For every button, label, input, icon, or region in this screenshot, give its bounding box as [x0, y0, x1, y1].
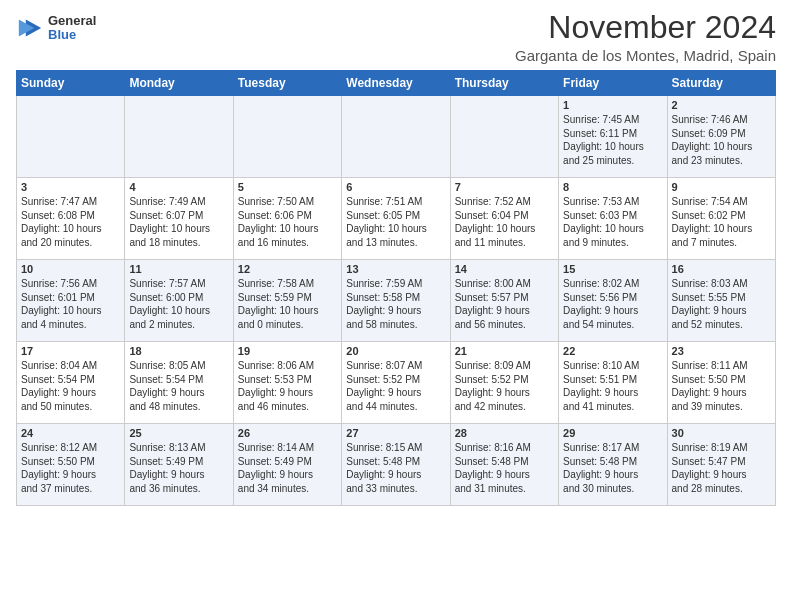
calendar-cell: 26Sunrise: 8:14 AM Sunset: 5:49 PM Dayli… — [233, 424, 341, 506]
weekday-header-monday: Monday — [125, 71, 233, 96]
calendar-week-2: 10Sunrise: 7:56 AM Sunset: 6:01 PM Dayli… — [17, 260, 776, 342]
cell-info: Sunrise: 8:16 AM Sunset: 5:48 PM Dayligh… — [455, 441, 554, 495]
calendar-cell: 17Sunrise: 8:04 AM Sunset: 5:54 PM Dayli… — [17, 342, 125, 424]
cell-info: Sunrise: 8:12 AM Sunset: 5:50 PM Dayligh… — [21, 441, 120, 495]
day-number: 20 — [346, 345, 445, 357]
calendar-cell: 30Sunrise: 8:19 AM Sunset: 5:47 PM Dayli… — [667, 424, 775, 506]
weekday-header-thursday: Thursday — [450, 71, 558, 96]
calendar-week-1: 3Sunrise: 7:47 AM Sunset: 6:08 PM Daylig… — [17, 178, 776, 260]
day-number: 9 — [672, 181, 771, 193]
day-number: 27 — [346, 427, 445, 439]
calendar-cell — [233, 96, 341, 178]
weekday-header-tuesday: Tuesday — [233, 71, 341, 96]
day-number: 14 — [455, 263, 554, 275]
location: Garganta de los Montes, Madrid, Spain — [515, 47, 776, 64]
cell-info: Sunrise: 7:46 AM Sunset: 6:09 PM Dayligh… — [672, 113, 771, 167]
weekday-header-sunday: Sunday — [17, 71, 125, 96]
calendar-cell: 14Sunrise: 8:00 AM Sunset: 5:57 PM Dayli… — [450, 260, 558, 342]
weekday-header-wednesday: Wednesday — [342, 71, 450, 96]
calendar-week-0: 1Sunrise: 7:45 AM Sunset: 6:11 PM Daylig… — [17, 96, 776, 178]
day-number: 30 — [672, 427, 771, 439]
cell-info: Sunrise: 7:58 AM Sunset: 5:59 PM Dayligh… — [238, 277, 337, 331]
day-number: 21 — [455, 345, 554, 357]
cell-info: Sunrise: 7:47 AM Sunset: 6:08 PM Dayligh… — [21, 195, 120, 249]
cell-info: Sunrise: 8:14 AM Sunset: 5:49 PM Dayligh… — [238, 441, 337, 495]
calendar-week-3: 17Sunrise: 8:04 AM Sunset: 5:54 PM Dayli… — [17, 342, 776, 424]
logo-general: General — [48, 14, 96, 28]
day-number: 8 — [563, 181, 662, 193]
day-number: 1 — [563, 99, 662, 111]
calendar-cell: 16Sunrise: 8:03 AM Sunset: 5:55 PM Dayli… — [667, 260, 775, 342]
day-number: 13 — [346, 263, 445, 275]
logo-blue: Blue — [48, 28, 96, 42]
cell-info: Sunrise: 8:06 AM Sunset: 5:53 PM Dayligh… — [238, 359, 337, 413]
day-number: 3 — [21, 181, 120, 193]
calendar-cell: 24Sunrise: 8:12 AM Sunset: 5:50 PM Dayli… — [17, 424, 125, 506]
day-number: 24 — [21, 427, 120, 439]
month-title: November 2024 — [515, 10, 776, 45]
day-number: 23 — [672, 345, 771, 357]
calendar-cell: 2Sunrise: 7:46 AM Sunset: 6:09 PM Daylig… — [667, 96, 775, 178]
day-number: 12 — [238, 263, 337, 275]
day-number: 11 — [129, 263, 228, 275]
calendar-cell: 29Sunrise: 8:17 AM Sunset: 5:48 PM Dayli… — [559, 424, 667, 506]
calendar-cell: 13Sunrise: 7:59 AM Sunset: 5:58 PM Dayli… — [342, 260, 450, 342]
day-number: 7 — [455, 181, 554, 193]
calendar-cell: 9Sunrise: 7:54 AM Sunset: 6:02 PM Daylig… — [667, 178, 775, 260]
calendar-cell: 4Sunrise: 7:49 AM Sunset: 6:07 PM Daylig… — [125, 178, 233, 260]
calendar-week-4: 24Sunrise: 8:12 AM Sunset: 5:50 PM Dayli… — [17, 424, 776, 506]
calendar-cell: 7Sunrise: 7:52 AM Sunset: 6:04 PM Daylig… — [450, 178, 558, 260]
cell-info: Sunrise: 8:10 AM Sunset: 5:51 PM Dayligh… — [563, 359, 662, 413]
calendar-cell — [17, 96, 125, 178]
cell-info: Sunrise: 8:09 AM Sunset: 5:52 PM Dayligh… — [455, 359, 554, 413]
logo: General Blue — [16, 14, 96, 43]
title-block: November 2024 Garganta de los Montes, Ma… — [515, 10, 776, 64]
cell-info: Sunrise: 7:54 AM Sunset: 6:02 PM Dayligh… — [672, 195, 771, 249]
calendar-cell: 27Sunrise: 8:15 AM Sunset: 5:48 PM Dayli… — [342, 424, 450, 506]
cell-info: Sunrise: 7:57 AM Sunset: 6:00 PM Dayligh… — [129, 277, 228, 331]
cell-info: Sunrise: 8:03 AM Sunset: 5:55 PM Dayligh… — [672, 277, 771, 331]
calendar-cell: 25Sunrise: 8:13 AM Sunset: 5:49 PM Dayli… — [125, 424, 233, 506]
weekday-header-saturday: Saturday — [667, 71, 775, 96]
calendar-body: 1Sunrise: 7:45 AM Sunset: 6:11 PM Daylig… — [17, 96, 776, 506]
cell-info: Sunrise: 7:56 AM Sunset: 6:01 PM Dayligh… — [21, 277, 120, 331]
calendar-cell: 1Sunrise: 7:45 AM Sunset: 6:11 PM Daylig… — [559, 96, 667, 178]
cell-info: Sunrise: 8:04 AM Sunset: 5:54 PM Dayligh… — [21, 359, 120, 413]
calendar-cell: 21Sunrise: 8:09 AM Sunset: 5:52 PM Dayli… — [450, 342, 558, 424]
weekday-header-friday: Friday — [559, 71, 667, 96]
cell-info: Sunrise: 8:05 AM Sunset: 5:54 PM Dayligh… — [129, 359, 228, 413]
day-number: 15 — [563, 263, 662, 275]
calendar-header: SundayMondayTuesdayWednesdayThursdayFrid… — [17, 71, 776, 96]
calendar-cell: 18Sunrise: 8:05 AM Sunset: 5:54 PM Dayli… — [125, 342, 233, 424]
cell-info: Sunrise: 8:07 AM Sunset: 5:52 PM Dayligh… — [346, 359, 445, 413]
day-number: 22 — [563, 345, 662, 357]
day-number: 4 — [129, 181, 228, 193]
calendar-cell: 11Sunrise: 7:57 AM Sunset: 6:00 PM Dayli… — [125, 260, 233, 342]
calendar-table: SundayMondayTuesdayWednesdayThursdayFrid… — [16, 70, 776, 506]
calendar-cell: 22Sunrise: 8:10 AM Sunset: 5:51 PM Dayli… — [559, 342, 667, 424]
day-number: 26 — [238, 427, 337, 439]
day-number: 10 — [21, 263, 120, 275]
calendar-cell: 3Sunrise: 7:47 AM Sunset: 6:08 PM Daylig… — [17, 178, 125, 260]
cell-info: Sunrise: 8:19 AM Sunset: 5:47 PM Dayligh… — [672, 441, 771, 495]
cell-info: Sunrise: 7:52 AM Sunset: 6:04 PM Dayligh… — [455, 195, 554, 249]
calendar-cell: 5Sunrise: 7:50 AM Sunset: 6:06 PM Daylig… — [233, 178, 341, 260]
cell-info: Sunrise: 8:00 AM Sunset: 5:57 PM Dayligh… — [455, 277, 554, 331]
header: General Blue November 2024 Garganta de l… — [16, 10, 776, 64]
calendar-cell: 19Sunrise: 8:06 AM Sunset: 5:53 PM Dayli… — [233, 342, 341, 424]
calendar-cell — [342, 96, 450, 178]
day-number: 19 — [238, 345, 337, 357]
cell-info: Sunrise: 8:11 AM Sunset: 5:50 PM Dayligh… — [672, 359, 771, 413]
calendar-cell: 23Sunrise: 8:11 AM Sunset: 5:50 PM Dayli… — [667, 342, 775, 424]
calendar-cell: 10Sunrise: 7:56 AM Sunset: 6:01 PM Dayli… — [17, 260, 125, 342]
calendar-cell — [450, 96, 558, 178]
cell-info: Sunrise: 8:13 AM Sunset: 5:49 PM Dayligh… — [129, 441, 228, 495]
cell-info: Sunrise: 7:45 AM Sunset: 6:11 PM Dayligh… — [563, 113, 662, 167]
calendar-cell: 28Sunrise: 8:16 AM Sunset: 5:48 PM Dayli… — [450, 424, 558, 506]
day-number: 2 — [672, 99, 771, 111]
calendar-cell: 15Sunrise: 8:02 AM Sunset: 5:56 PM Dayli… — [559, 260, 667, 342]
calendar-cell: 6Sunrise: 7:51 AM Sunset: 6:05 PM Daylig… — [342, 178, 450, 260]
page: General Blue November 2024 Garganta de l… — [0, 0, 792, 516]
weekday-row: SundayMondayTuesdayWednesdayThursdayFrid… — [17, 71, 776, 96]
day-number: 28 — [455, 427, 554, 439]
